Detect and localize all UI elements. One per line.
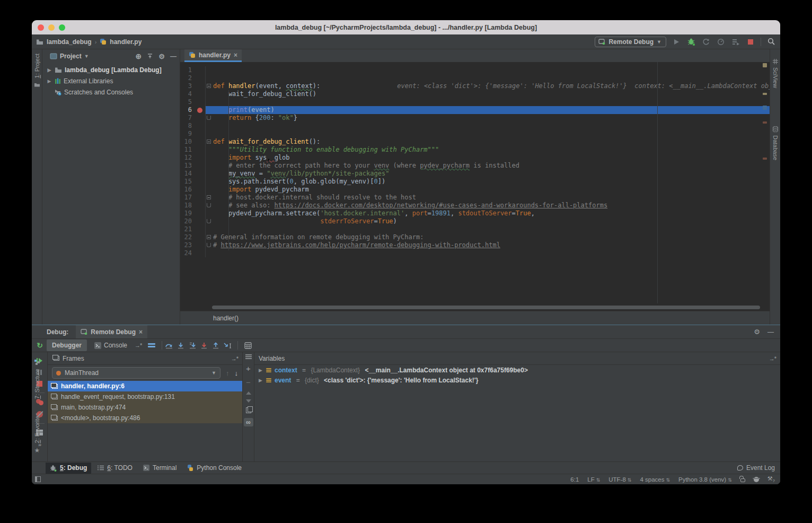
- fold-gutter[interactable]: [206, 130, 213, 138]
- code-line[interactable]: 10def wait_for_debug_client():: [180, 138, 770, 146]
- line-number[interactable]: 12: [180, 154, 194, 162]
- menu-icon[interactable]: [245, 354, 252, 359]
- line-number[interactable]: 20: [180, 217, 194, 225]
- status-item-4-spaces[interactable]: 4 spaces⇅: [640, 476, 670, 483]
- code-line-content[interactable]: [206, 130, 770, 138]
- fold-gutter[interactable]: [206, 90, 213, 98]
- error-stripe-mark[interactable]: [763, 93, 767, 95]
- line-number[interactable]: 10: [180, 138, 194, 146]
- fold-gutter[interactable]: [206, 114, 213, 122]
- pin-icon[interactable]: →*: [231, 355, 238, 362]
- horizontal-scrollbar[interactable]: [212, 306, 760, 309]
- status-item-python-3-8-venv-[interactable]: Python 3.8 (venv)⇅: [678, 476, 732, 483]
- code-line[interactable]: 6 print(event): [180, 106, 770, 114]
- code-line[interactable]: 9: [180, 130, 770, 138]
- remove-watch-button[interactable]: −: [246, 378, 251, 387]
- run-dashboard-button[interactable]: [731, 37, 740, 47]
- fold-end-icon[interactable]: [207, 219, 211, 223]
- code-line-content[interactable]: sys.path.insert(0, glob.glob(my_venv)[0]…: [206, 178, 770, 186]
- gutter-cell[interactable]: [194, 74, 206, 82]
- move-watch-up-button[interactable]: [246, 391, 251, 395]
- variable-row[interactable]: ▶event = {dict} <class 'dict'>: {'messag…: [254, 375, 780, 385]
- fold-collapse-icon[interactable]: [207, 235, 211, 239]
- tool-window-button-todo[interactable]: 6: TODO: [93, 463, 137, 474]
- code-line[interactable]: 23# https://www.jetbrains.com/help/pycha…: [180, 241, 770, 249]
- tab-handler-py[interactable]: handler.py ×: [184, 49, 242, 62]
- evaluate-expression-button[interactable]: [243, 341, 253, 350]
- code-line-content[interactable]: [206, 122, 770, 130]
- search-everywhere-button[interactable]: [766, 37, 776, 47]
- fold-gutter[interactable]: [206, 154, 213, 162]
- fold-gutter[interactable]: [206, 202, 213, 210]
- hide-panel-button[interactable]: —: [170, 53, 176, 60]
- line-number[interactable]: 8: [180, 122, 194, 130]
- add-watch-button[interactable]: +: [246, 364, 251, 373]
- line-number[interactable]: 1: [180, 66, 194, 74]
- error-stripe-mark[interactable]: [763, 63, 767, 67]
- gutter-cell[interactable]: [194, 146, 206, 154]
- gutter-cell[interactable]: [194, 98, 206, 106]
- line-number[interactable]: 6: [180, 106, 194, 114]
- code-line[interactable]: 15 sys.path.insert(0, glob.glob(my_venv)…: [180, 178, 770, 186]
- code-line[interactable]: 8: [180, 122, 770, 130]
- code-line[interactable]: 13 # enter the correct path here to your…: [180, 162, 770, 170]
- code-line[interactable]: 17 # host.docker.internal should resolve…: [180, 194, 770, 202]
- expand-arrow-icon[interactable]: ▶: [259, 368, 263, 373]
- gutter-cell[interactable]: [194, 233, 206, 241]
- line-number[interactable]: 7: [180, 114, 194, 122]
- ide-status-icon[interactable]: ⚒?: [767, 475, 775, 483]
- pin-icon[interactable]: →*: [769, 355, 776, 362]
- line-number[interactable]: 14: [180, 170, 194, 178]
- gear-icon[interactable]: ⚙: [754, 328, 760, 336]
- code-line-content[interactable]: [206, 66, 770, 74]
- code-line-content[interactable]: def handler(event, context):event: <clas…: [206, 82, 770, 90]
- gutter-cell[interactable]: [194, 217, 206, 225]
- tool-window-button-terminal[interactable]: Terminal: [139, 463, 181, 474]
- code-editor[interactable]: 123def handler(event, context):event: <c…: [180, 62, 770, 311]
- fold-end-icon[interactable]: [207, 116, 211, 120]
- breadcrumb-file[interactable]: handler.py: [110, 38, 142, 46]
- line-number[interactable]: 22: [180, 233, 194, 241]
- line-number[interactable]: 24: [180, 249, 194, 257]
- code-line-content[interactable]: # see also: https://docs.docker.com/desk…: [206, 202, 770, 210]
- code-line[interactable]: 20 stderrToServer=True): [180, 217, 770, 225]
- tool-window-toggle-icon[interactable]: [35, 476, 41, 482]
- expand-arrow-icon[interactable]: ▶: [47, 79, 52, 84]
- code-line[interactable]: 2: [180, 74, 770, 82]
- unlock-icon[interactable]: [740, 478, 745, 482]
- gutter-cell[interactable]: [194, 162, 206, 170]
- code-line-content[interactable]: # enter the correct path here to your ve…: [206, 162, 770, 170]
- expand-arrow-icon[interactable]: ▶: [47, 67, 52, 73]
- next-frame-button[interactable]: ↓: [235, 369, 239, 377]
- coverage-button[interactable]: [701, 37, 711, 47]
- code-line-content[interactable]: [206, 74, 770, 82]
- run-to-cursor-button[interactable]: [223, 341, 232, 350]
- code-line[interactable]: 11 """Utility function to enable debuggi…: [180, 146, 770, 154]
- debug-session-tab[interactable]: Remote Debug ×: [76, 325, 147, 338]
- code-line-content[interactable]: # https://www.jetbrains.com/help/pycharm…: [206, 241, 770, 249]
- gutter-cell[interactable]: [194, 138, 206, 146]
- show-watches-in-variables-toggle[interactable]: ∞: [244, 418, 253, 426]
- gutter-cell[interactable]: [194, 130, 206, 138]
- code-line[interactable]: 19 pydevd_pycharm.settrace('host.docker.…: [180, 210, 770, 217]
- line-number[interactable]: 17: [180, 194, 194, 202]
- fold-collapse-icon[interactable]: [207, 84, 211, 88]
- step-over-button[interactable]: [164, 341, 174, 350]
- tab-debugger[interactable]: Debugger: [47, 339, 87, 351]
- fold-gutter[interactable]: [206, 249, 213, 257]
- fold-gutter[interactable]: [206, 106, 213, 114]
- tree-item[interactable]: ▶External Libraries: [42, 75, 180, 86]
- fold-gutter[interactable]: [206, 66, 213, 74]
- fold-gutter[interactable]: [206, 162, 213, 170]
- fold-gutter[interactable]: [206, 241, 213, 249]
- code-line-content[interactable]: stderrToServer=True): [206, 217, 770, 225]
- run-button[interactable]: [672, 37, 681, 47]
- threads-view-icon[interactable]: [148, 342, 155, 348]
- line-number[interactable]: 13: [180, 162, 194, 170]
- error-stripe-mark[interactable]: [763, 106, 767, 110]
- sidebar-item-project[interactable]: 1: Project: [32, 54, 42, 87]
- code-line[interactable]: 16 import pydevd_pycharm: [180, 186, 770, 194]
- frame-row[interactable]: handler, handler.py:6: [48, 381, 242, 391]
- fold-gutter[interactable]: [206, 233, 213, 241]
- step-out-button[interactable]: [211, 341, 220, 350]
